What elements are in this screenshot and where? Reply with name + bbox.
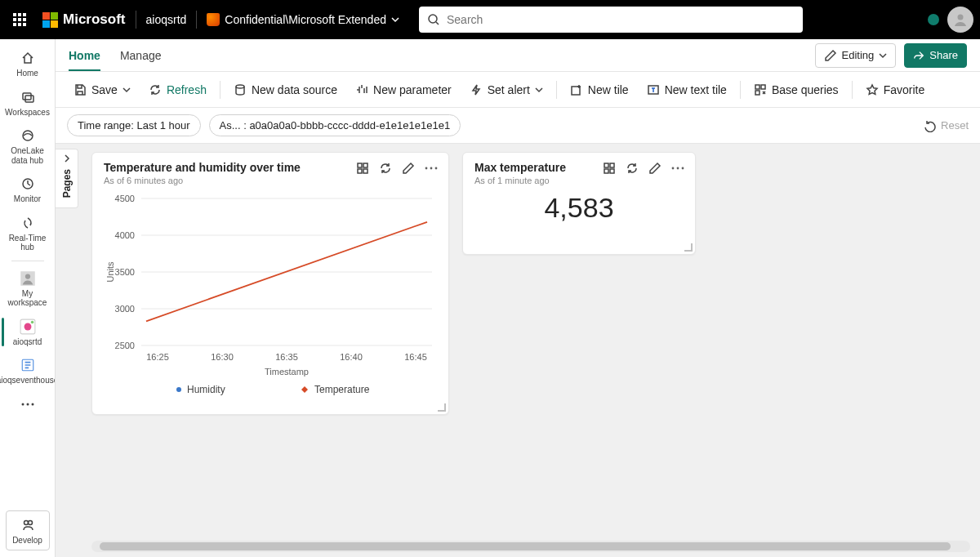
- tab-manage[interactable]: Manage: [120, 41, 162, 70]
- text-tile-icon: [647, 83, 660, 96]
- explore-data-icon[interactable]: [602, 161, 617, 176]
- search-input[interactable]: [447, 13, 795, 26]
- scrollbar-thumb[interactable]: [100, 542, 951, 550]
- svg-rect-22: [755, 91, 760, 95]
- svg-text:4000: 4000: [115, 230, 135, 240]
- rail-workspaces[interactable]: Workspaces: [2, 83, 54, 123]
- svg-point-56: [677, 167, 679, 170]
- editing-dropdown[interactable]: Editing: [815, 43, 897, 68]
- chart-area: 2500300035004000450016:2516:3016:3516:40…: [92, 189, 448, 413]
- undo-icon: [924, 119, 937, 132]
- rail-monitor[interactable]: Monitor: [2, 170, 54, 209]
- svg-rect-23: [358, 163, 362, 167]
- rail-realtime[interactable]: Real-Time hub: [2, 209, 54, 257]
- lightning-icon: [470, 83, 483, 96]
- pages-label: Pages: [61, 169, 73, 198]
- rail-eventhouse[interactable]: aioqseventhouse: [2, 351, 54, 390]
- refresh-button[interactable]: Refresh: [140, 78, 215, 101]
- person-icon: [952, 11, 969, 28]
- favorite-button[interactable]: Favorite: [858, 78, 933, 101]
- explore-data-icon[interactable]: [355, 161, 370, 176]
- home-icon: [19, 49, 37, 67]
- svg-text:16:30: 16:30: [211, 352, 234, 362]
- edit-tile-icon[interactable]: [401, 161, 416, 176]
- metric-value: 4,583: [463, 189, 695, 234]
- confidentiality-dropdown[interactable]: Confidential\Microsoft Extended: [207, 13, 399, 26]
- new-text-tile-button[interactable]: New text tile: [639, 78, 735, 101]
- asset-filter-pill[interactable]: As... : a0a0a0a0-bbbb-cccc-dddd-e1e1e1e1…: [209, 114, 461, 136]
- workspace-hint[interactable]: aioqsrtd: [146, 13, 187, 26]
- edit-tile-icon[interactable]: [648, 161, 662, 176]
- refresh-tile-icon[interactable]: [378, 161, 393, 176]
- svg-point-0: [429, 15, 437, 23]
- ellipsis-icon: [19, 395, 37, 413]
- tile-more-icon[interactable]: [424, 161, 439, 176]
- realtime-icon: [19, 214, 37, 232]
- tile-subtitle: As of 6 minutes ago: [104, 176, 301, 185]
- rail-onelake[interactable]: OneLake data hub: [2, 122, 54, 170]
- svg-rect-53: [604, 169, 608, 173]
- chevron-down-icon: [122, 86, 131, 94]
- dashboard-workspace-icon: [19, 318, 37, 336]
- rail-my-workspace[interactable]: My workspace: [2, 265, 54, 313]
- global-search[interactable]: [419, 7, 803, 33]
- page-tabs-row: Home Manage Editing Share: [56, 39, 980, 72]
- tile-more-icon[interactable]: [670, 161, 685, 176]
- save-button[interactable]: Save: [65, 78, 139, 101]
- left-nav-rail: Home Workspaces OneLake data hub Monitor…: [0, 39, 56, 557]
- rail-workspace-aioqsrtd[interactable]: aioqsrtd: [2, 313, 54, 352]
- svg-rect-51: [604, 163, 608, 167]
- develop-icon: [19, 516, 37, 534]
- tile-plus-icon: [570, 83, 583, 96]
- divider: [136, 11, 136, 29]
- svg-point-17: [236, 85, 244, 88]
- horizontal-scrollbar[interactable]: [91, 541, 970, 552]
- share-icon: [913, 50, 924, 61]
- onelake-icon: [19, 127, 37, 145]
- pages-panel-toggle[interactable]: Pages: [56, 149, 78, 208]
- resize-handle-icon[interactable]: [438, 403, 446, 412]
- share-button[interactable]: Share: [904, 43, 967, 68]
- rail-more[interactable]: [2, 390, 54, 418]
- svg-text:16:45: 16:45: [404, 352, 427, 362]
- svg-point-29: [435, 167, 438, 170]
- divider: [11, 261, 44, 261]
- rail-home[interactable]: Home: [2, 44, 54, 83]
- time-range-pill[interactable]: Time range: Last 1 hour: [67, 114, 201, 136]
- svg-point-27: [425, 167, 428, 170]
- svg-point-28: [430, 167, 433, 170]
- command-toolbar: Save Refresh New data source New paramet…: [56, 72, 980, 108]
- svg-point-1: [958, 15, 964, 20]
- global-topbar: Microsoft aioqsrtd Confidential\Microsof…: [0, 0, 980, 39]
- search-icon: [427, 13, 440, 26]
- svg-rect-2: [23, 93, 31, 100]
- resize-handle-icon[interactable]: [684, 243, 693, 252]
- svg-text:3500: 3500: [115, 267, 135, 277]
- svg-text:Temperature: Temperature: [314, 384, 370, 395]
- refresh-tile-icon[interactable]: [625, 161, 639, 176]
- rail-develop[interactable]: Develop: [6, 510, 50, 551]
- divider: [220, 81, 220, 99]
- tile-temperature-humidity[interactable]: Temperature and humidity over time As of…: [91, 152, 449, 415]
- divider: [196, 11, 197, 29]
- new-data-source-button[interactable]: New data source: [225, 78, 345, 101]
- pencil-icon: [824, 49, 837, 62]
- person-square-icon: [19, 270, 37, 287]
- tile-max-temperature[interactable]: Max temperature As of 1 minute ago 4,583: [462, 152, 696, 255]
- star-icon: [866, 83, 879, 96]
- svg-text:Timestamp: Timestamp: [265, 367, 309, 377]
- user-avatar[interactable]: [947, 7, 973, 33]
- base-queries-button[interactable]: Base queries: [746, 78, 847, 101]
- new-parameter-button[interactable]: New parameter: [347, 78, 460, 101]
- tile-title: Temperature and humidity over time: [104, 161, 301, 174]
- app-launcher-icon[interactable]: [7, 7, 33, 33]
- divider: [852, 81, 853, 99]
- reset-filters-button[interactable]: Reset: [924, 119, 969, 132]
- svg-rect-21: [761, 85, 765, 89]
- svg-text:16:25: 16:25: [146, 352, 169, 362]
- tab-home[interactable]: Home: [69, 41, 100, 70]
- svg-rect-25: [358, 169, 362, 173]
- svg-text:Units: Units: [105, 261, 115, 283]
- set-alert-button[interactable]: Set alert: [461, 78, 551, 101]
- new-tile-button[interactable]: New tile: [562, 78, 637, 101]
